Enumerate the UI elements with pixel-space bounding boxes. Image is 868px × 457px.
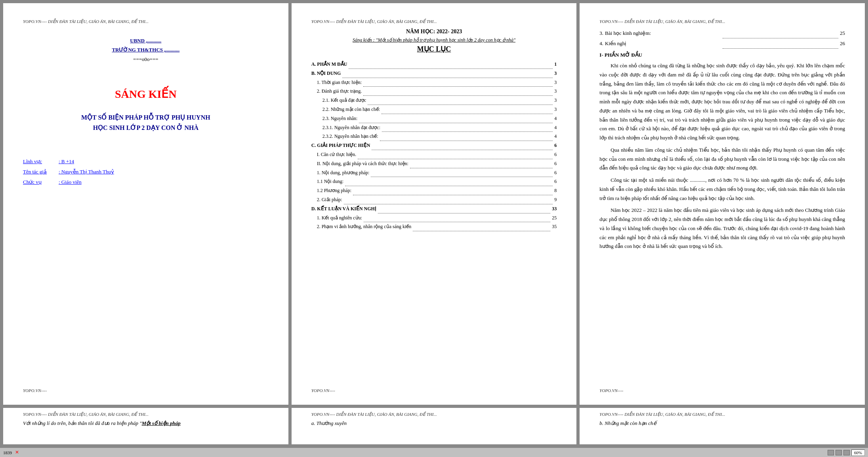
toc-num: 3 [554,78,557,87]
page-2: YOPO.VN---- DIỄN ĐÀN TÀI LIỆU, GIÁO ÁN, … [292,3,577,405]
toc-dots [342,72,553,78]
toc-label: 1.1 Nội dung: [317,177,343,186]
toc-num: 35 [552,222,557,231]
chuc-vu-label: Chức vụ [23,177,55,187]
toc-item: 2.3. Nguyên nhân:4 [311,114,557,123]
right-numbered-item: 3.Bài học kinh nghiệm:25 [599,28,845,38]
sep-text: ===o0o=== [23,55,269,64]
toc-dots [344,199,553,204]
intro-paragraph: Công tác tại một xã miền núi thuộc .....… [599,176,845,203]
close-icon[interactable]: ✕ [15,449,19,455]
toc-num: 3 [554,96,557,105]
toc-dots [372,145,553,150]
zoom-level[interactable]: 60% [851,449,865,456]
bottom-row: YOPO.VN---- DIỄN ĐÀN TÀI LIỆU, GIÁO ÁN, … [0,408,868,447]
toc-label: B. NỘI DUNG [311,69,341,78]
bottom-page-1: YOPO.VN---- DIỄN ĐÀN TÀI LIỆU, GIÁO ÁN, … [3,408,288,444]
toc-label: 2.3.1. Nguyên nhân đạt được: [322,123,380,132]
toc-num: 3 [554,69,557,78]
right-item-page: 25 [840,28,845,38]
linh-vuc-value: : B +14 [59,156,74,167]
bottom-page1-content: Với những lí do trên, bản thân tôi đã đư… [23,419,269,428]
bottom-page3-text: b. Những mặt còn hạn chế [599,420,656,426]
toc-label: II. Nội dung, giải pháp và cách thức thự… [317,159,408,168]
right-item-page: 26 [840,38,845,49]
bottom-page2-header: YOPO.VN---- DIỄN ĐÀN TÀI LIỆU, GIÁO ÁN, … [311,412,557,417]
status-left: 1839 ✕ [3,449,19,455]
toc-label: 1. Thời gian thực hiện: [317,78,362,87]
right-item-dots [723,33,838,38]
status-bar: 1839 ✕ 60% [0,447,868,457]
p1-info-section: Lĩnh vực : B +14 Tên tác giả : Nguyễn Th… [23,156,269,187]
intro-paragraphs: Khi còn nhỏ chúng ta cũng đã từng là nhữ… [599,61,845,251]
toc-num: 4 [554,132,557,141]
right-numbered-items: 3.Bài học kinh nghiệm:254.Kiến nghị26 [599,28,845,49]
ten-tac-gia-value: : Nguyễn Thị Thanh Thuỷ [59,167,114,177]
page1-content: UBND ,........... TRƯỜNG TH&THCS ,......… [23,28,269,384]
bottom-page2-content: a. Thường xuyên [311,419,557,428]
toc-dots [363,90,553,96]
page3-content: 3.Bài học kinh nghiệm:254.Kiến nghị26 I-… [599,28,845,384]
right-item-num: 3. [599,28,603,38]
page-3: YOPO.VN---- DIỄN ĐÀN TÀI LIỆU, GIÁO ÁN, … [580,3,865,405]
toc-dots [380,135,553,141]
toc-num: 9 [554,195,557,204]
toc-item: 2. Giải pháp:9 [311,195,557,204]
sang-kien-title: SÁNG KIẾN [23,88,269,101]
page1-footer: YOPO.VN---- [23,384,269,393]
toc-item: 1. Nội dung, phương pháp:6 [311,168,557,177]
toc-label: 2. Phạm vi ảnh hưởng, nhân rộng của sáng… [317,222,412,231]
toc-label: 2. Đánh giá thực trạng. [317,87,362,96]
toc-item: 1. Thời gian thực hiện:3 [311,78,557,87]
page-number: 1839 [3,450,12,455]
linh-vuc-label: Lĩnh vực [23,156,55,167]
right-item-label: Bài học kinh nghiệm: [605,28,721,38]
toc-item: 2.2. Những mặt còn hạn chế:3 [311,105,557,114]
toc-label: I. Căn cứ thực hiện. [317,150,357,159]
ten-tac-gia-label: Tên tác giả [23,167,55,177]
status-icon-2 [836,450,842,455]
toc-num: 25 [552,213,557,223]
toc-label: 2.2. Những mặt còn hạn chế: [322,105,380,114]
main-area: YOPO.VN---- DIỄN ĐÀN TÀI LIỆU, GIÁO ÁN, … [0,0,868,457]
toc-label: A. PHẦN M ĐẦU [311,60,347,69]
toc-item: 1.1 Nội dung:6 [311,177,557,186]
subtitle-text: Sáng kiến : "Một số biện pháp hỗ trợ phụ… [311,37,557,43]
toc-item: C. GIẢI PHÁP THỰC HIỆN6 [311,141,557,150]
linh-vuc-row: Lĩnh vực : B +14 [23,156,269,167]
toc-dots [358,154,553,159]
toc-item: 1.2 Phương pháp:8 [311,186,557,195]
toc-dots [413,226,550,231]
toc-label: 1.2 Phương pháp: [317,186,351,195]
toc-dots [364,217,550,222]
toc-num: 6 [554,150,557,159]
right-numbered-item: 4.Kiến nghị26 [599,38,845,49]
toc-label: C. GIẢI PHÁP THỰC HIỆN [311,141,370,150]
bottom-page-2: YOPO.VN---- DIỄN ĐÀN TÀI LIỆU, GIÁO ÁN, … [292,408,577,444]
toc-item: A. PHẦN M ĐẦU1 [311,60,557,69]
toc-item: 2. Phạm vi ảnh hưởng, nhân rộng của sáng… [311,222,557,231]
intro-paragraph: Qua nhiều năm làm công tác chủ nhiệm Tiể… [599,146,845,173]
toc-item: 2.1. Kết quả đạt được3 [311,96,557,105]
bottom-page1-header: YOPO.VN---- DIỄN ĐÀN TÀI LIỆU, GIÁO ÁN, … [23,412,269,417]
chuc-vu-row: Chức vụ : Giáo viên [23,177,269,187]
intro-paragraph: Khi còn nhỏ chúng ta cũng đã từng là nhữ… [599,61,845,143]
page1-header: YOPO.VN---- DIỄN ĐÀN TÀI LIỆU, GIÁO ÁN, … [23,19,269,24]
toc-dots [410,163,553,168]
pages-row: YOPO.VN---- DIỄN ĐÀN TÀI LIỆU, GIÁO ÁN, … [0,0,868,408]
page-1: YOPO.VN---- DIỄN ĐÀN TÀI LIỆU, GIÁO ÁN, … [3,3,288,405]
ten-tac-gia-row: Tên tác giả : Nguyễn Thị Thanh Thuỷ [23,167,269,177]
title-line1: MỘT SỐ BIỆN PHÁP HỖ TRỢ PHỤ HUYNH [23,112,269,123]
toc-label: 2. Giải pháp: [317,195,342,204]
page2-content: NĂM HỌC: 2022- 2023 Sáng kiến : "Một số … [311,28,557,384]
ubnd-text: UBND ,........... [23,36,269,45]
title-line2: HỌC SINH LỚP 2 DẠY CON Ở NHÀ [23,123,269,133]
section-I-title: I- PHẦN MỞ ĐẦU [599,52,845,58]
bottom-page1-text: Với những lí do trên, bản thân tôi đã đư… [23,420,181,426]
toc-label: 2.3.2. Nguyên nhân hạn chế: [322,132,378,141]
bottom-page-3: YOPO.VN---- DIỄN ĐÀN TÀI LIỆU, GIÁO ÁN, … [580,408,865,444]
toc-dots [359,118,553,123]
toc-num: 4 [554,114,557,123]
toc-dots [353,190,553,195]
status-icon-1 [828,450,834,455]
